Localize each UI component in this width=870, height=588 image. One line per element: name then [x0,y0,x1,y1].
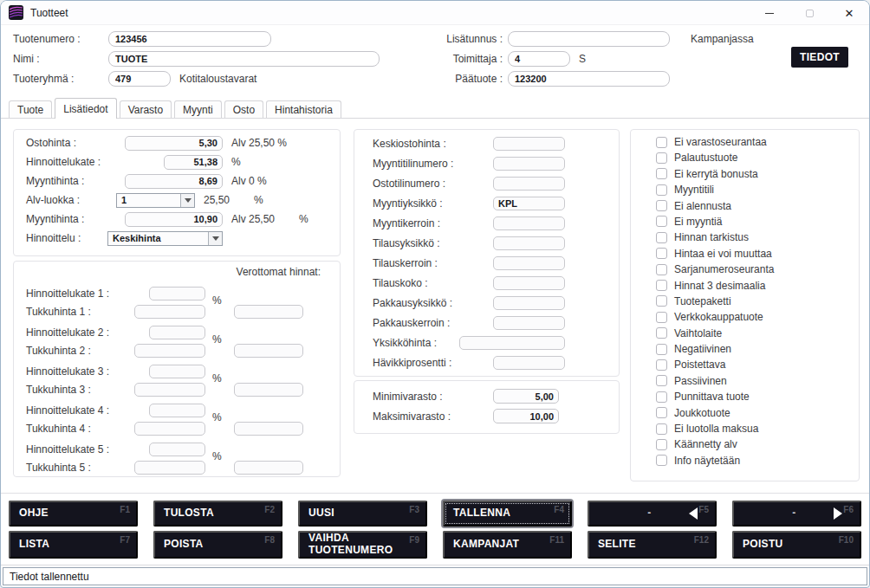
units-row: Tilauskerroin : [354,253,619,273]
units-input[interactable] [493,236,565,250]
nav-arrow-icon [834,507,842,520]
units-input[interactable] [459,336,565,350]
tukku-input[interactable] [134,461,205,475]
status-bar: Tiedot tallennettu [3,567,867,585]
kate-input[interactable] [149,404,205,417]
function-button[interactable]: LISTA F7 [9,531,138,559]
kate-input[interactable] [149,443,205,456]
units-input[interactable] [493,296,565,310]
tuoteryhma-input[interactable] [108,71,171,87]
checkbox-icon[interactable] [656,200,667,211]
checkbox-icon[interactable] [656,455,667,466]
checkbox-icon[interactable] [656,423,667,435]
kate-input[interactable] [149,287,205,300]
checkbox-icon[interactable] [656,248,667,259]
veroton-hinta-input[interactable] [234,422,303,436]
function-button[interactable]: OHJE F1 [9,501,138,527]
flag-row: Myyntitili [656,184,859,196]
checkbox-icon[interactable] [656,439,667,450]
function-button[interactable]: TALLENNA F4 [443,501,572,527]
units-input[interactable] [493,316,565,330]
function-button[interactable]: TULOSTA F2 [153,501,282,527]
pricing-row: Myyntihinta : 8,69 Alv 0 % [14,174,340,188]
lisatunnus-input[interactable] [508,31,670,47]
close-icon[interactable]: ✕ [829,1,869,25]
minimize-icon[interactable] [750,1,789,25]
wholesale-pair: Hinnoittelukate 4 : % Tukkuhinta 4 : [14,401,340,437]
checkbox-icon[interactable] [656,264,667,275]
tab[interactable]: Myynti [174,100,222,118]
flag-label: Verkkokauppatuote [674,311,763,323]
units-input[interactable] [493,197,565,210]
tab[interactable]: Osto [224,100,263,118]
function-button[interactable]: KAMPANJAT F11 [443,531,572,559]
tab[interactable]: Hintahistoria [266,100,341,118]
tiedot-button[interactable]: TIEDOT [791,47,848,68]
checkbox-icon[interactable] [656,312,667,323]
checkbox-icon[interactable] [656,375,667,386]
checkbox-icon[interactable] [656,359,667,371]
veroton-hinta-input[interactable] [234,344,303,358]
checkbox-icon[interactable] [656,295,667,307]
units-input[interactable] [493,256,565,270]
units-input[interactable] [493,157,565,171]
tukku-input[interactable] [134,383,205,397]
tab[interactable]: Lisätiedot [55,98,116,119]
veroton-hinta-input[interactable] [234,383,303,397]
checkbox-icon[interactable] [656,137,667,148]
kate-percent: % [212,450,222,462]
function-button[interactable]: - F6 [732,501,861,527]
flag-label: Sarjanumeroseuranta [674,263,774,275]
flag-label: Passiivinen [674,375,727,387]
checkbox-icon[interactable] [656,280,667,291]
checkbox-icon[interactable] [656,407,667,418]
function-button[interactable]: SELITE F12 [588,531,717,559]
pricing-field[interactable]: 8,69 [125,174,223,189]
tab-label: Varasto [128,104,163,116]
stock-row: Maksimivarasto : [354,406,619,426]
stock-input[interactable] [493,409,559,423]
tuotenumero-input[interactable] [108,31,271,47]
checkbox-icon[interactable] [656,391,667,403]
tukku-label: Tukkuhinta 1 : [26,306,134,318]
kate-input[interactable] [149,326,205,339]
units-input[interactable] [493,356,565,370]
function-button[interactable]: POISTA F8 [153,531,282,559]
units-input[interactable] [493,137,565,151]
flag-label: Käännetty alv [674,438,737,450]
units-input[interactable] [493,216,565,230]
function-button[interactable]: - F5 [588,501,717,527]
pricing-field[interactable]: 5,30 [125,136,223,151]
stock-input[interactable] [493,389,559,404]
function-button[interactable]: VAIHDA TUOTENUMERO F9 [298,531,427,559]
tukku-input[interactable] [134,344,205,358]
tukku-input[interactable] [134,305,205,319]
veroton-hinta-input[interactable] [234,305,303,319]
chevron-down-icon[interactable] [208,232,222,245]
checkbox-icon[interactable] [656,327,667,339]
function-button[interactable]: POISTU F10 [732,531,861,559]
tab[interactable]: Tuote [9,100,52,118]
button-label: KAMPANJAT [453,539,542,551]
pricing-field[interactable]: Keskihinta [107,231,223,246]
units-input[interactable] [493,177,565,191]
kate-input[interactable] [149,365,205,378]
pricing-field[interactable]: 51,38 [164,155,223,170]
checkbox-icon[interactable] [656,344,667,355]
veroton-hinta-input[interactable] [234,461,303,475]
chevron-down-icon[interactable] [180,194,194,207]
paatuote-input[interactable] [508,71,670,87]
tukku-input[interactable] [134,422,205,436]
checkbox-icon[interactable] [656,152,667,164]
nimi-input[interactable] [108,51,380,67]
tab[interactable]: Varasto [120,100,172,118]
pricing-field[interactable]: 1 [116,193,195,208]
checkbox-icon[interactable] [656,216,667,227]
toimittaja-input[interactable] [508,51,570,67]
pricing-field[interactable]: 10,90 [125,212,223,227]
units-input[interactable] [493,276,565,290]
checkbox-icon[interactable] [656,168,667,179]
function-button[interactable]: UUSI F3 [298,501,427,527]
checkbox-icon[interactable] [656,184,667,196]
checkbox-icon[interactable] [656,232,667,243]
